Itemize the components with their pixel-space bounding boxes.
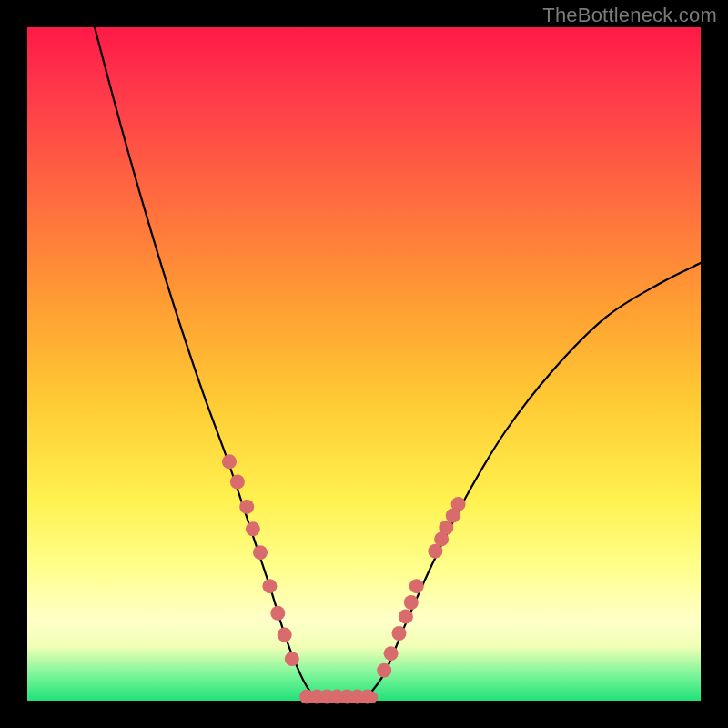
- marker-right: [392, 626, 407, 641]
- marker-left: [222, 454, 237, 469]
- marker-bottom: [360, 690, 375, 704]
- marker-left: [230, 475, 245, 490]
- chart-frame: TheBottleneck.com: [0, 0, 728, 728]
- marker-left: [246, 521, 260, 536]
- marker-right: [404, 595, 419, 610]
- left-curve: [95, 27, 317, 701]
- marker-left: [285, 652, 299, 666]
- marker-right: [377, 663, 391, 678]
- marker-right: [451, 497, 466, 511]
- watermark-text: TheBottleneck.com: [542, 4, 717, 27]
- marker-left: [278, 628, 292, 642]
- marker-right: [399, 610, 413, 624]
- marker-right: [384, 646, 399, 661]
- right-curve: [364, 263, 701, 701]
- marker-left: [270, 606, 285, 621]
- marker-left: [262, 579, 277, 593]
- marker-left: [253, 545, 268, 560]
- marker-left: [239, 500, 254, 514]
- curve-layer: [27, 27, 701, 701]
- marker-right: [410, 579, 424, 593]
- plot-area: [27, 27, 701, 701]
